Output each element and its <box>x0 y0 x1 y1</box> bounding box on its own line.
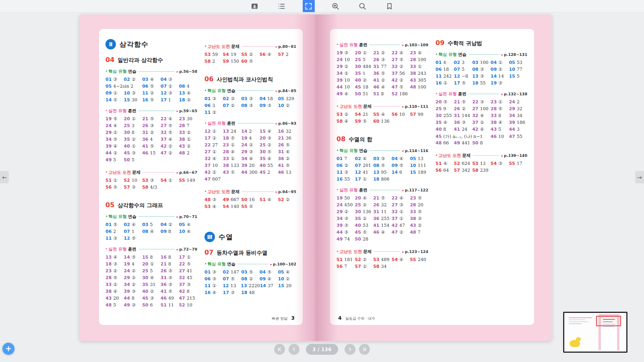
answer-item: 26② <box>454 106 473 111</box>
question-number: 02 <box>223 96 229 101</box>
answer-row: 391040②41②42②43305 <box>336 78 428 84</box>
answer-item: 24450 <box>336 202 355 208</box>
answer-row: 29②30484317732②33① <box>336 64 428 71</box>
answer-item: 59⑤ <box>355 119 374 124</box>
question-number: 27 <box>161 123 167 128</box>
answer-value: ② <box>344 71 348 76</box>
unit-header: 05삼각함수의 그래프 <box>105 201 197 209</box>
section-label-secondary: 훈련 <box>458 91 466 97</box>
answer-value: ③ <box>113 261 117 267</box>
answer-item: 28⑤ <box>491 106 509 111</box>
toc-button[interactable] <box>276 0 288 12</box>
page-thumbnail[interactable] <box>563 312 627 353</box>
answer-value: 55 <box>480 80 486 86</box>
question-number: 54 <box>223 52 229 57</box>
last-page-button[interactable] <box>359 344 370 355</box>
answer-value: 20 <box>249 163 255 168</box>
answer-item: 33② <box>179 130 197 135</box>
question-number: 30 <box>124 130 130 135</box>
answer-item: 19③ <box>491 80 509 86</box>
question-number: 51 <box>336 257 343 262</box>
previous-page-edge-button[interactable]: ← <box>0 171 9 183</box>
answer-value: 34 <box>381 264 387 269</box>
answer-item: 53② <box>336 112 355 117</box>
next-page-button[interactable] <box>345 344 355 355</box>
answer-value: 441 <box>462 140 470 146</box>
question-number: 08 <box>241 276 247 282</box>
question-number: 53 <box>142 178 148 183</box>
question-number: 48 <box>105 302 111 308</box>
question-number: 30 <box>436 113 442 118</box>
question-number: 03 <box>373 156 379 161</box>
answer-value: ⑤ <box>113 185 117 190</box>
answer-item: 11242 <box>436 74 454 79</box>
answer-value: ② <box>187 144 191 149</box>
answer-value: ③ <box>344 170 348 175</box>
answer-value: ④ <box>381 112 385 117</box>
bullet-icon: • <box>336 43 339 47</box>
answer-item: 45(가) aₙ₋₁, (나) n−1 <box>436 134 491 140</box>
previous-page-button[interactable] <box>289 344 299 355</box>
answer-value: ④ <box>150 275 154 280</box>
section-label-primary: 실전 유형 <box>339 187 358 193</box>
page-reference: p.100~102 <box>273 262 296 266</box>
answer-value: ① <box>443 80 447 86</box>
divider-line <box>138 249 175 249</box>
save-page-button[interactable] <box>249 0 261 12</box>
answer-value: 18 <box>443 67 449 72</box>
page-reference: p.86~93 <box>278 121 296 125</box>
answer-row: 11③12⑤ <box>105 236 197 243</box>
answer-item: 51④ <box>260 197 278 202</box>
answer-item: 3910 <box>336 78 355 83</box>
zoom-in-button[interactable] <box>330 0 342 12</box>
question-number: 08 <box>472 67 478 72</box>
answer-value: ③ <box>113 236 117 241</box>
answer-item: 2330 <box>179 116 197 121</box>
answer-row: 2445025②263227③2820 <box>336 202 428 209</box>
answer-item: 42② <box>161 144 179 149</box>
answer-item: 035 <box>142 222 161 227</box>
answer-value: 32 <box>286 129 291 134</box>
answer-value: ③ <box>418 216 422 221</box>
answer-item: 448 <box>124 296 142 301</box>
question-number: 36 <box>278 156 284 161</box>
answer-value: 36 <box>286 136 291 141</box>
bookmark-button[interactable] <box>384 0 396 12</box>
answer-value: 8 <box>132 130 134 135</box>
answer-section-practice: •실전 유형훈련▸p.72~7913④14⑤15816817①18③19420①… <box>105 246 197 309</box>
page-column: •고난도 도전문제▸p.80~815359541955②56④572582591… <box>204 38 296 315</box>
search-button[interactable] <box>357 0 369 12</box>
next-page-edge-button[interactable]: → <box>635 171 644 183</box>
answer-value: 100 <box>480 60 489 65</box>
answer-row: 25926②2710028⑤2932 <box>436 106 527 113</box>
answer-item: 17③ <box>223 290 242 295</box>
answer-value: ④ <box>113 255 117 260</box>
first-page-button[interactable] <box>274 344 285 355</box>
answer-grid: 5118152②5348954④5524056757①5834 <box>336 257 428 271</box>
answer-item: 1437 <box>260 283 278 288</box>
question-number: 57 <box>278 52 284 57</box>
fullscreen-button[interactable] <box>303 0 315 12</box>
answer-value: 10 <box>399 112 405 117</box>
answer-value: 30 <box>187 116 192 121</box>
question-number: 42 <box>204 170 211 175</box>
answer-item: 52② <box>278 197 296 202</box>
answer-value: ① <box>212 283 216 288</box>
question-number: 01 <box>336 156 343 161</box>
chevron-right-icon <box>347 346 353 352</box>
answer-grid: 01⑤02④03504②05④06207108④09810④11③12⑤ <box>105 222 197 243</box>
answer-item: 24② <box>124 268 142 274</box>
question-number: 53 <box>373 257 379 262</box>
bookmark-icon <box>385 2 394 10</box>
answer-item: 32① <box>392 209 410 214</box>
question-number: 37 <box>392 71 398 76</box>
answer-value: ⑤ <box>150 144 154 149</box>
answer-item: 53③ <box>142 178 161 183</box>
section-header: •핵심 유형연습▸p.56~58 <box>105 68 197 74</box>
add-zoom-button[interactable]: + <box>2 343 14 355</box>
answer-value: ⑤ <box>113 97 117 103</box>
answer-value: 77 <box>381 64 387 69</box>
answer-value: ⑤ <box>267 269 271 275</box>
answer-value: ④ <box>399 50 403 56</box>
divider-line <box>142 172 174 173</box>
